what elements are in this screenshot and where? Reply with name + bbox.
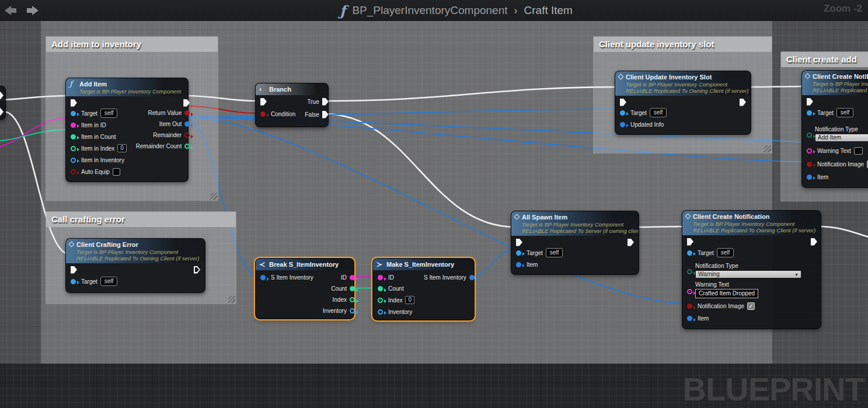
pin-text-field[interactable]: [854, 147, 863, 155]
pin-default-value[interactable]: self: [650, 108, 667, 117]
exec-pin-icon[interactable]: [0, 92, 4, 99]
node-mk[interactable]: ≻Make S_ItemInventoryIDCountIndex0Invent…: [372, 258, 475, 320]
data-pin-icon[interactable]: [687, 316, 692, 321]
node-cca[interactable]: Client Create NotificationTarget is BP P…: [801, 70, 868, 188]
exec-pin-icon[interactable]: [807, 98, 813, 106]
node-asi[interactable]: All Spawn ItemTarget is BP Player Invent…: [511, 211, 639, 275]
data-pin-icon[interactable]: [184, 144, 190, 149]
data-pin-icon[interactable]: [350, 286, 355, 291]
node-subtitle: RELIABLE Replicated To Owning Client (if…: [626, 88, 748, 94]
data-pin-icon[interactable]: [184, 132, 190, 138]
exec-pin-icon[interactable]: [628, 239, 634, 246]
data-pin-icon[interactable]: [184, 110, 190, 116]
data-pin-icon[interactable]: [807, 110, 812, 116]
data-pin-icon[interactable]: [469, 275, 475, 280]
data-pin-icon[interactable]: [687, 250, 692, 256]
comment-title[interactable]: Client update inventory slot: [594, 37, 772, 52]
data-pin-icon[interactable]: [350, 308, 355, 313]
wire-w5: [324, 87, 619, 101]
exec-pin-icon[interactable]: [687, 238, 693, 246]
pin-label: Remainder Count: [136, 143, 182, 149]
data-pin-icon[interactable]: [71, 158, 76, 163]
pin-default-value[interactable]: self: [836, 108, 854, 117]
data-pin-icon[interactable]: [807, 162, 812, 167]
exec-pin-icon[interactable]: [71, 266, 77, 274]
data-pin-icon[interactable]: [71, 111, 76, 116]
pin-default-value[interactable]: self: [546, 248, 563, 257]
exec-pin-icon[interactable]: [811, 238, 817, 246]
comment-resize-handle[interactable]: [764, 145, 771, 152]
node-brk[interactable]: ≺Break S_ItemInventoryS Item InventoryID…: [255, 258, 354, 319]
data-pin-icon[interactable]: [516, 262, 521, 267]
pin-row-index: Index: [318, 294, 360, 305]
data-pin-icon[interactable]: [184, 121, 190, 127]
data-pin-icon[interactable]: [71, 134, 76, 140]
pin-default-value[interactable]: self: [717, 248, 734, 257]
pin-row-auto_equip: Auto Equip: [66, 166, 131, 177]
pin-checkbox[interactable]: [113, 168, 120, 176]
node-ccn[interactable]: Client Create NotificationTarget is BP P…: [682, 210, 821, 329]
comment-title[interactable]: Call crafting error: [46, 212, 236, 227]
data-pin-icon[interactable]: [260, 275, 266, 280]
comment-title[interactable]: Client create add: [781, 52, 868, 67]
node-cce[interactable]: Client Crafting ErrorTarget is BP Player…: [65, 238, 205, 293]
exec-pin-icon[interactable]: [740, 99, 746, 106]
data-pin-icon[interactable]: [71, 279, 76, 284]
exec-pin-icon[interactable]: [0, 108, 4, 116]
exec-pin-icon[interactable]: [194, 266, 200, 274]
pin-label: Target: [81, 278, 97, 285]
data-pin-icon[interactable]: [71, 169, 76, 175]
data-pin-icon[interactable]: [687, 304, 692, 309]
node-add_item[interactable]: ƒAdd ItemTarget is BP Player Inventory C…: [65, 78, 189, 182]
nav-forward-button[interactable]: [23, 4, 39, 17]
comment-resize-handle[interactable]: [228, 296, 235, 303]
node-cuis[interactable]: Client Update Inventory SlotTarget is BP…: [615, 71, 751, 135]
data-pin-icon[interactable]: [687, 289, 692, 294]
data-pin-icon[interactable]: [378, 309, 383, 315]
breadcrumb-current[interactable]: Craft Item: [524, 4, 573, 17]
data-pin-icon[interactable]: [620, 110, 625, 116]
comment-resize-handle[interactable]: [210, 193, 217, 200]
data-pin-icon[interactable]: [71, 123, 76, 128]
node-branch[interactable]: ‹BranchConditionTrueFalse: [255, 83, 329, 127]
data-pin-icon[interactable]: [71, 146, 76, 151]
pin-label: Target: [527, 250, 543, 256]
pin-default-value[interactable]: 0: [405, 296, 414, 304]
node-stub[interactable]: [0, 86, 6, 120]
data-pin-icon[interactable]: [807, 132, 812, 138]
pin-dropdown[interactable]: Warning▼: [695, 270, 801, 278]
data-pin-icon[interactable]: [807, 148, 812, 154]
data-pin-icon[interactable]: [378, 286, 383, 291]
nav-back-button[interactable]: [5, 4, 20, 17]
data-pin-icon[interactable]: [350, 297, 355, 302]
node-title: Client Create Notification: [693, 213, 815, 221]
data-pin-icon[interactable]: [516, 250, 521, 256]
data-pin-icon[interactable]: [620, 122, 625, 127]
data-pin-icon[interactable]: [687, 269, 692, 274]
data-pin-icon[interactable]: [807, 175, 812, 180]
pin-default-value[interactable]: self: [100, 109, 118, 118]
node-title: Branch: [269, 86, 291, 93]
exec-pin-icon[interactable]: [183, 99, 190, 107]
exec-pin-icon[interactable]: [260, 98, 267, 106]
pin-default-value[interactable]: self: [100, 277, 118, 286]
exec-pin-icon[interactable]: [516, 239, 522, 246]
pin-checkbox[interactable]: ✓: [747, 302, 755, 310]
breadcrumb-root[interactable]: BP_PlayerInventoryComponent: [352, 4, 507, 17]
data-pin-icon[interactable]: [378, 275, 383, 280]
graph-canvas[interactable]: Add item to inventoryCall crafting error…: [0, 0, 868, 408]
pin-label: Return Value: [148, 110, 182, 116]
exec-pin-icon[interactable]: [620, 99, 626, 106]
pin-default-value[interactable]: 0: [117, 144, 127, 152]
data-pin-icon[interactable]: [260, 111, 266, 117]
pin-row-item: Item: [682, 312, 806, 325]
data-pin-icon[interactable]: [350, 275, 355, 280]
data-pin-icon[interactable]: [378, 298, 383, 303]
exec-pin-icon[interactable]: [71, 99, 77, 107]
exec-pin-icon[interactable]: [322, 98, 329, 106]
pin-dropdown[interactable]: Add Item▼: [815, 134, 868, 142]
exec-pin-icon[interactable]: [322, 111, 329, 118]
pin-row-notification_type: Notification TypeAdd Item▼: [802, 119, 868, 144]
pin-text-field[interactable]: Crafted Item Dropped: [695, 289, 758, 298]
comment-title[interactable]: Add item to inventory: [46, 37, 218, 52]
